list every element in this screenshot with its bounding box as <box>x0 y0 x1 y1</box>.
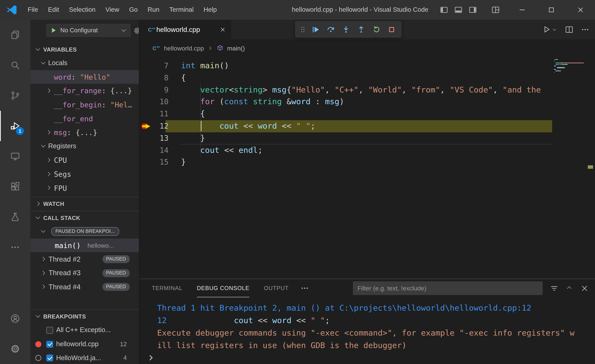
more-views-icon[interactable] <box>0 232 30 262</box>
console-filter-input[interactable] <box>353 281 543 295</box>
remote-explorer-icon[interactable] <box>0 141 30 171</box>
scope-locals-row[interactable]: Locals <box>30 56 139 70</box>
panel-tab-debug-console[interactable]: DEBUG CONSOLE <box>197 279 250 297</box>
search-icon[interactable] <box>0 50 30 80</box>
split-editor-icon[interactable] <box>565 25 574 34</box>
variable-row[interactable]: word: "Hello" <box>30 70 139 84</box>
chevron-right-icon[interactable] <box>40 284 47 290</box>
variable-row[interactable]: msg: {...} <box>30 125 139 139</box>
breakpoint-checkbox[interactable] <box>46 355 53 361</box>
tab-helloworld-cpp[interactable]: C++ helloworld.cpp <box>140 20 231 39</box>
chevron-right-icon[interactable] <box>46 157 52 164</box>
menu-selection[interactable]: Selection <box>64 6 100 14</box>
thread-row[interactable]: Thread #2PAUSED <box>30 252 139 266</box>
customize-layout-icon[interactable] <box>491 5 500 14</box>
line-number[interactable]: 11 <box>152 108 169 120</box>
chevron-right-icon[interactable] <box>46 171 52 177</box>
code-editor[interactable]: 7int main()8{9 vector<string> msg{"Hello… <box>140 57 595 282</box>
call-stack-section-header[interactable]: CALL STACK <box>30 211 139 225</box>
run-or-debug-button[interactable] <box>542 25 558 34</box>
breakpoints-section-header[interactable]: BREAKPOINTS <box>30 309 139 323</box>
breakpoint-row[interactable]: HelloWorld.ja...4 <box>30 351 139 364</box>
chevron-right-icon[interactable] <box>46 129 52 136</box>
line-number[interactable]: 14 <box>152 144 169 157</box>
maximize-panel-icon[interactable] <box>566 284 573 292</box>
chevron-right-icon[interactable] <box>46 185 52 191</box>
breakpoint-row[interactable]: All C++ Exceptio... <box>30 323 139 337</box>
run-and-debug-icon[interactable]: 1 <box>0 111 30 141</box>
continue-button[interactable] <box>309 23 322 36</box>
debug-current-line-icon[interactable] <box>140 120 152 132</box>
breakpoint-checkbox[interactable] <box>46 327 53 334</box>
extensions-icon[interactable] <box>0 171 30 202</box>
debug-console-input[interactable] <box>140 352 595 363</box>
chevron-down-icon[interactable] <box>40 143 47 150</box>
explorer-icon[interactable] <box>0 20 30 50</box>
menu-edit[interactable]: Edit <box>43 6 64 14</box>
menu-help[interactable]: Help <box>198 6 222 14</box>
menu-run[interactable]: Run <box>143 6 164 14</box>
settings-gear-icon[interactable] <box>0 334 30 364</box>
chevron-right-icon[interactable] <box>35 201 41 207</box>
breakpoint-gutter[interactable] <box>140 72 152 84</box>
panel-tab-output[interactable]: OUTPUT <box>264 279 289 297</box>
debug-settings-gear-icon[interactable] <box>133 27 140 35</box>
drag-handle-icon[interactable] <box>299 23 307 36</box>
breakpoint-checkbox[interactable] <box>46 341 53 348</box>
stack-frame-row[interactable]: main() hellowo... <box>30 238 139 252</box>
breadcrumb-symbol[interactable]: main() <box>227 45 245 52</box>
chevron-down-icon[interactable] <box>35 46 41 53</box>
line-number[interactable]: 8 <box>152 72 169 84</box>
chevron-down-icon[interactable] <box>35 214 41 221</box>
close-button[interactable] <box>566 0 595 20</box>
debug-config-dropdown[interactable]: No Configurat <box>46 24 131 37</box>
menu-file[interactable]: File <box>23 6 43 14</box>
breakpoint-gutter[interactable] <box>140 108 152 120</box>
panel-more-actions-icon[interactable] <box>300 284 309 293</box>
variable-row[interactable]: __for_range: {...} <box>30 84 139 98</box>
call-stack-session-row[interactable]: PAUSED ON BREAKPOI... <box>30 225 139 239</box>
stop-button[interactable] <box>385 23 398 36</box>
line-number[interactable]: 13 <box>152 132 169 144</box>
thread-row[interactable]: Thread #4PAUSED <box>30 280 139 294</box>
chevron-right-icon[interactable] <box>40 270 47 276</box>
close-tab-icon[interactable] <box>218 25 227 34</box>
breakpoint-row[interactable]: helloworld.cpp12 <box>30 337 139 351</box>
breakpoint-gutter[interactable] <box>140 132 152 144</box>
breadcrumb-file[interactable]: helloworld.cpp <box>164 45 204 52</box>
variable-row[interactable]: __for_begin: "Hel… <box>30 98 139 112</box>
chevron-down-icon[interactable] <box>40 60 47 66</box>
chevron-right-icon[interactable] <box>46 88 52 94</box>
menu-view[interactable]: View <box>100 6 124 14</box>
register-group-row[interactable]: CPU <box>30 153 139 167</box>
step-over-button[interactable] <box>324 23 337 36</box>
code-line[interactable]: 14 cout << endl; <box>140 144 595 157</box>
code-line[interactable]: 8{ <box>140 72 595 84</box>
toggle-primary-sidebar-icon[interactable] <box>439 5 449 14</box>
code-line[interactable]: 7int main() <box>140 60 595 72</box>
toggle-secondary-sidebar-icon[interactable] <box>468 5 477 14</box>
chevron-down-icon[interactable] <box>35 313 41 320</box>
code-line[interactable]: 12 cout << word << " "; <box>140 120 595 132</box>
close-panel-icon[interactable] <box>580 284 589 293</box>
variable-row[interactable]: __for_end <box>30 111 139 125</box>
menu-go[interactable]: Go <box>124 6 143 14</box>
code-line[interactable]: 10 for (const string &word : msg) <box>140 96 595 108</box>
watch-section-header[interactable]: WATCH <box>30 197 139 211</box>
restart-button[interactable] <box>370 23 383 36</box>
start-debugging-icon[interactable] <box>50 27 57 34</box>
chevron-right-icon[interactable] <box>40 256 47 262</box>
editor-more-actions-icon[interactable] <box>581 25 590 34</box>
line-number[interactable]: 7 <box>152 60 169 72</box>
testing-icon[interactable] <box>0 202 30 232</box>
minimap[interactable] <box>554 59 587 282</box>
code-line[interactable]: 11 { <box>140 108 595 120</box>
toggle-panel-icon[interactable] <box>454 5 463 14</box>
step-into-button[interactable] <box>339 23 352 36</box>
scope-registers-row[interactable]: Registers <box>30 139 139 153</box>
accounts-icon[interactable] <box>0 303 30 334</box>
line-number[interactable]: 12 <box>152 120 169 132</box>
step-out-button[interactable] <box>354 23 368 36</box>
line-number[interactable]: 9 <box>152 84 169 96</box>
code-line[interactable]: 9 vector<string> msg{"Hello", "C++", "Wo… <box>140 84 595 96</box>
